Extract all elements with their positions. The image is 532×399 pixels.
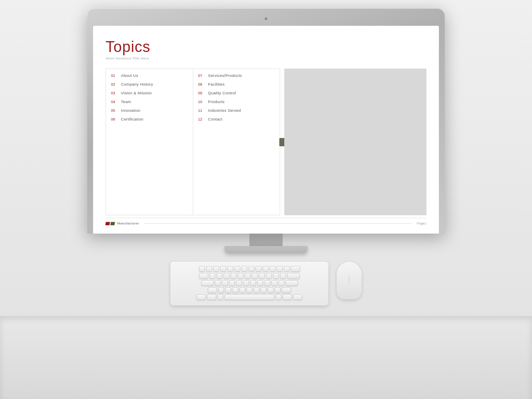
camera-dot	[265, 17, 267, 20]
key[interactable]	[225, 287, 231, 293]
key[interactable]	[238, 273, 244, 279]
slide-footer: Manufacturer Page1	[106, 218, 426, 225]
key[interactable]	[234, 266, 240, 272]
logo-red-rect	[105, 222, 110, 225]
key[interactable]	[263, 266, 268, 272]
slide: Topics Short Sentence Title Here 01 Abou…	[93, 26, 439, 234]
topic-label: Services/Products	[208, 73, 242, 78]
mouse[interactable]	[337, 262, 362, 299]
monitor: Topics Short Sentence Title Here 01 Abou…	[87, 8, 445, 254]
key[interactable]	[245, 273, 251, 279]
key[interactable]	[252, 273, 258, 279]
topic-label: Company History	[121, 82, 153, 86]
topic-num: 02	[111, 82, 118, 86]
key[interactable]	[271, 280, 277, 286]
list-item: 09 Quality Control	[198, 91, 275, 95]
key[interactable]	[206, 266, 212, 272]
list-item: 06 Certification	[111, 117, 188, 121]
key[interactable]	[284, 266, 290, 272]
key[interactable]	[287, 273, 300, 279]
key[interactable]	[220, 266, 226, 272]
topic-num: 07	[198, 74, 205, 78]
topic-label: Team	[121, 99, 131, 104]
key[interactable]	[276, 294, 281, 300]
key[interactable]	[236, 280, 242, 286]
key[interactable]	[291, 266, 300, 272]
keyboard-row	[176, 266, 323, 272]
list-item: 11 Industries Served	[198, 108, 275, 113]
topic-num: 10	[198, 100, 205, 104]
key[interactable]	[261, 287, 266, 293]
key[interactable]	[278, 280, 284, 286]
key[interactable]	[197, 294, 206, 300]
key[interactable]	[275, 287, 281, 293]
topic-label: Vision & Mission	[121, 91, 152, 95]
key[interactable]	[273, 273, 279, 279]
topic-label: Facilities	[208, 82, 225, 86]
key[interactable]	[243, 280, 249, 286]
key[interactable]	[268, 287, 273, 293]
monitor-base-foot	[224, 246, 308, 254]
key[interactable]	[224, 273, 229, 279]
key[interactable]	[266, 273, 272, 279]
key[interactable]	[218, 287, 224, 293]
key[interactable]	[213, 266, 219, 272]
key[interactable]	[277, 266, 283, 272]
list-item: 07 Services/Products	[198, 73, 275, 78]
list-item: 12 Contact	[198, 117, 275, 121]
key[interactable]	[239, 287, 245, 293]
key[interactable]	[254, 287, 259, 293]
key[interactable]	[282, 287, 291, 293]
key[interactable]	[250, 280, 256, 286]
key[interactable]	[286, 280, 298, 286]
topic-label: Certification	[121, 117, 143, 121]
scene: Topics Short Sentence Title Here 01 Abou…	[0, 0, 532, 399]
topics-panel: 01 About Us 02 Company History 03 Vision…	[106, 69, 280, 215]
key[interactable]	[229, 280, 235, 286]
key[interactable]	[217, 294, 223, 300]
key[interactable]	[209, 273, 215, 279]
key[interactable]	[208, 287, 217, 293]
key[interactable]	[270, 266, 276, 272]
camera-bar	[93, 14, 439, 23]
key[interactable]	[246, 287, 252, 293]
topic-label: Innovation	[121, 108, 140, 113]
keyboard-area	[170, 262, 362, 305]
list-item: 03 Vision & Mission	[111, 91, 188, 95]
topic-num: 04	[111, 100, 118, 104]
topic-num: 11	[198, 108, 205, 113]
key[interactable]	[207, 294, 216, 300]
key[interactable]	[215, 280, 221, 286]
spacebar-key[interactable]	[224, 294, 274, 300]
key[interactable]	[256, 266, 261, 272]
logo-dark-rect	[110, 222, 115, 225]
slide-content: 01 About Us 02 Company History 03 Vision…	[106, 69, 426, 215]
key[interactable]	[199, 273, 208, 279]
keyboard-row	[176, 287, 323, 293]
mouse-divider	[349, 274, 350, 285]
key[interactable]	[199, 266, 205, 272]
key[interactable]	[217, 273, 222, 279]
key[interactable]	[241, 266, 247, 272]
key[interactable]	[280, 273, 286, 279]
key[interactable]	[283, 294, 292, 300]
key[interactable]	[227, 266, 233, 272]
key[interactable]	[259, 273, 265, 279]
key[interactable]	[264, 280, 270, 286]
monitor-screen: Topics Short Sentence Title Here 01 Abou…	[93, 26, 439, 234]
topic-num: 09	[198, 91, 205, 95]
key[interactable]	[201, 280, 214, 286]
topic-label: About Us	[121, 73, 138, 78]
key[interactable]	[249, 266, 254, 272]
logo-icon	[106, 222, 115, 225]
list-item: 01 About Us	[111, 73, 188, 78]
footer-logo: Manufacturer	[106, 222, 139, 225]
topic-num: 01	[111, 74, 118, 78]
key[interactable]	[257, 280, 263, 286]
slide-title: Topics	[106, 38, 426, 56]
key[interactable]	[232, 287, 238, 293]
topic-label: Contact	[208, 117, 223, 121]
key[interactable]	[293, 294, 302, 300]
key[interactable]	[222, 280, 228, 286]
key[interactable]	[231, 273, 236, 279]
